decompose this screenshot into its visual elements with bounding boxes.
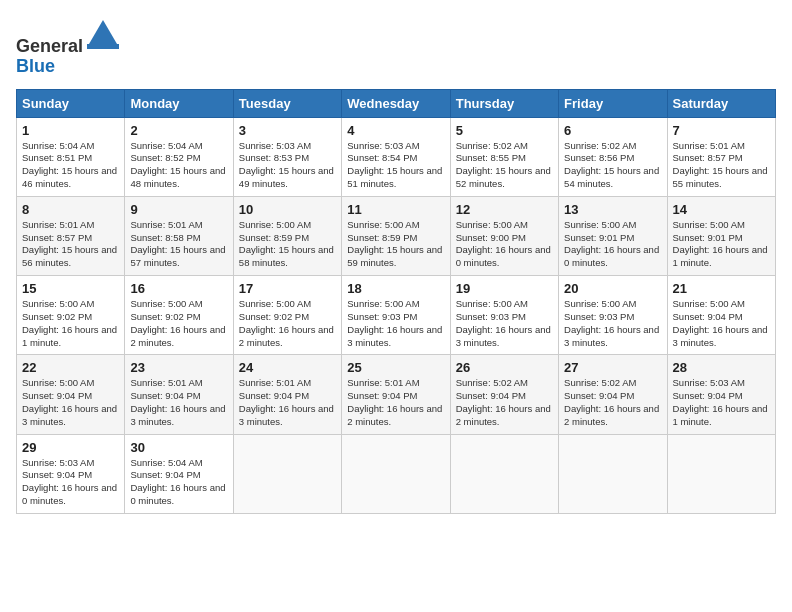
calendar-day-cell: 2 Sunrise: 5:04 AMSunset: 8:52 PMDayligh…: [125, 117, 233, 196]
day-number: 26: [456, 360, 553, 375]
calendar-day-cell: 1 Sunrise: 5:04 AMSunset: 8:51 PMDayligh…: [17, 117, 125, 196]
day-info: Sunrise: 5:00 AMSunset: 9:01 PMDaylight:…: [564, 219, 661, 270]
calendar-day-cell: 3 Sunrise: 5:03 AMSunset: 8:53 PMDayligh…: [233, 117, 341, 196]
weekday-header-cell: Wednesday: [342, 89, 450, 117]
day-info: Sunrise: 5:00 AMSunset: 9:03 PMDaylight:…: [347, 298, 444, 349]
calendar-day-cell: 10 Sunrise: 5:00 AMSunset: 8:59 PMDaylig…: [233, 196, 341, 275]
day-info: Sunrise: 5:02 AMSunset: 9:04 PMDaylight:…: [564, 377, 661, 428]
calendar-day-cell: 26 Sunrise: 5:02 AMSunset: 9:04 PMDaylig…: [450, 355, 558, 434]
calendar-day-cell: 22 Sunrise: 5:00 AMSunset: 9:04 PMDaylig…: [17, 355, 125, 434]
day-info: Sunrise: 5:00 AMSunset: 9:01 PMDaylight:…: [673, 219, 770, 270]
calendar-day-cell: 9 Sunrise: 5:01 AMSunset: 8:58 PMDayligh…: [125, 196, 233, 275]
day-number: 6: [564, 123, 661, 138]
day-number: 4: [347, 123, 444, 138]
day-info: Sunrise: 5:03 AMSunset: 9:04 PMDaylight:…: [22, 457, 119, 508]
day-number: 2: [130, 123, 227, 138]
weekday-header-cell: Thursday: [450, 89, 558, 117]
day-info: Sunrise: 5:03 AMSunset: 8:53 PMDaylight:…: [239, 140, 336, 191]
calendar-day-cell: 19 Sunrise: 5:00 AMSunset: 9:03 PMDaylig…: [450, 276, 558, 355]
day-number: 14: [673, 202, 770, 217]
calendar-day-cell: 17 Sunrise: 5:00 AMSunset: 9:02 PMDaylig…: [233, 276, 341, 355]
svg-rect-1: [87, 44, 119, 49]
day-number: 8: [22, 202, 119, 217]
day-info: Sunrise: 5:00 AMSunset: 9:00 PMDaylight:…: [456, 219, 553, 270]
day-info: Sunrise: 5:01 AMSunset: 9:04 PMDaylight:…: [239, 377, 336, 428]
weekday-header-row: SundayMondayTuesdayWednesdayThursdayFrid…: [17, 89, 776, 117]
calendar-day-cell: [342, 434, 450, 513]
calendar-day-cell: 11 Sunrise: 5:00 AMSunset: 8:59 PMDaylig…: [342, 196, 450, 275]
day-number: 21: [673, 281, 770, 296]
calendar-day-cell: 24 Sunrise: 5:01 AMSunset: 9:04 PMDaylig…: [233, 355, 341, 434]
day-info: Sunrise: 5:04 AMSunset: 9:04 PMDaylight:…: [130, 457, 227, 508]
day-info: Sunrise: 5:01 AMSunset: 9:04 PMDaylight:…: [347, 377, 444, 428]
calendar-day-cell: [667, 434, 775, 513]
calendar-day-cell: 7 Sunrise: 5:01 AMSunset: 8:57 PMDayligh…: [667, 117, 775, 196]
calendar-week-row: 8 Sunrise: 5:01 AMSunset: 8:57 PMDayligh…: [17, 196, 776, 275]
day-number: 25: [347, 360, 444, 375]
day-number: 7: [673, 123, 770, 138]
svg-marker-0: [89, 20, 117, 44]
day-number: 9: [130, 202, 227, 217]
day-number: 16: [130, 281, 227, 296]
page-header: General Blue: [16, 16, 776, 77]
day-number: 27: [564, 360, 661, 375]
logo-text: General: [16, 16, 121, 57]
day-number: 19: [456, 281, 553, 296]
calendar-day-cell: [559, 434, 667, 513]
day-info: Sunrise: 5:02 AMSunset: 9:04 PMDaylight:…: [456, 377, 553, 428]
day-info: Sunrise: 5:00 AMSunset: 9:02 PMDaylight:…: [239, 298, 336, 349]
day-info: Sunrise: 5:04 AMSunset: 8:51 PMDaylight:…: [22, 140, 119, 191]
day-number: 20: [564, 281, 661, 296]
calendar-day-cell: [233, 434, 341, 513]
day-info: Sunrise: 5:04 AMSunset: 8:52 PMDaylight:…: [130, 140, 227, 191]
logo-blue: Blue: [16, 57, 121, 77]
calendar-day-cell: 14 Sunrise: 5:00 AMSunset: 9:01 PMDaylig…: [667, 196, 775, 275]
day-number: 15: [22, 281, 119, 296]
weekday-header-cell: Tuesday: [233, 89, 341, 117]
day-info: Sunrise: 5:00 AMSunset: 9:04 PMDaylight:…: [22, 377, 119, 428]
calendar-day-cell: 25 Sunrise: 5:01 AMSunset: 9:04 PMDaylig…: [342, 355, 450, 434]
calendar-day-cell: 28 Sunrise: 5:03 AMSunset: 9:04 PMDaylig…: [667, 355, 775, 434]
day-number: 18: [347, 281, 444, 296]
calendar-table: SundayMondayTuesdayWednesdayThursdayFrid…: [16, 89, 776, 514]
day-number: 22: [22, 360, 119, 375]
weekday-header-cell: Monday: [125, 89, 233, 117]
day-info: Sunrise: 5:00 AMSunset: 9:02 PMDaylight:…: [22, 298, 119, 349]
logo-general: General: [16, 36, 83, 56]
day-number: 11: [347, 202, 444, 217]
calendar-day-cell: 16 Sunrise: 5:00 AMSunset: 9:02 PMDaylig…: [125, 276, 233, 355]
calendar-day-cell: 18 Sunrise: 5:00 AMSunset: 9:03 PMDaylig…: [342, 276, 450, 355]
day-info: Sunrise: 5:01 AMSunset: 8:58 PMDaylight:…: [130, 219, 227, 270]
day-info: Sunrise: 5:03 AMSunset: 9:04 PMDaylight:…: [673, 377, 770, 428]
day-info: Sunrise: 5:00 AMSunset: 8:59 PMDaylight:…: [347, 219, 444, 270]
weekday-header-cell: Sunday: [17, 89, 125, 117]
day-info: Sunrise: 5:00 AMSunset: 9:03 PMDaylight:…: [564, 298, 661, 349]
calendar-day-cell: 12 Sunrise: 5:00 AMSunset: 9:00 PMDaylig…: [450, 196, 558, 275]
calendar-day-cell: 23 Sunrise: 5:01 AMSunset: 9:04 PMDaylig…: [125, 355, 233, 434]
day-info: Sunrise: 5:01 AMSunset: 9:04 PMDaylight:…: [130, 377, 227, 428]
day-info: Sunrise: 5:01 AMSunset: 8:57 PMDaylight:…: [673, 140, 770, 191]
calendar-day-cell: 30 Sunrise: 5:04 AMSunset: 9:04 PMDaylig…: [125, 434, 233, 513]
calendar-week-row: 15 Sunrise: 5:00 AMSunset: 9:02 PMDaylig…: [17, 276, 776, 355]
calendar-day-cell: 15 Sunrise: 5:00 AMSunset: 9:02 PMDaylig…: [17, 276, 125, 355]
calendar-day-cell: 21 Sunrise: 5:00 AMSunset: 9:04 PMDaylig…: [667, 276, 775, 355]
day-number: 1: [22, 123, 119, 138]
day-number: 5: [456, 123, 553, 138]
calendar-day-cell: 13 Sunrise: 5:00 AMSunset: 9:01 PMDaylig…: [559, 196, 667, 275]
day-info: Sunrise: 5:02 AMSunset: 8:56 PMDaylight:…: [564, 140, 661, 191]
calendar-week-row: 1 Sunrise: 5:04 AMSunset: 8:51 PMDayligh…: [17, 117, 776, 196]
calendar-week-row: 22 Sunrise: 5:00 AMSunset: 9:04 PMDaylig…: [17, 355, 776, 434]
day-number: 30: [130, 440, 227, 455]
weekday-header-cell: Saturday: [667, 89, 775, 117]
calendar-day-cell: 8 Sunrise: 5:01 AMSunset: 8:57 PMDayligh…: [17, 196, 125, 275]
day-number: 17: [239, 281, 336, 296]
calendar-day-cell: 20 Sunrise: 5:00 AMSunset: 9:03 PMDaylig…: [559, 276, 667, 355]
day-info: Sunrise: 5:01 AMSunset: 8:57 PMDaylight:…: [22, 219, 119, 270]
day-info: Sunrise: 5:00 AMSunset: 9:03 PMDaylight:…: [456, 298, 553, 349]
calendar-day-cell: 27 Sunrise: 5:02 AMSunset: 9:04 PMDaylig…: [559, 355, 667, 434]
calendar-day-cell: 6 Sunrise: 5:02 AMSunset: 8:56 PMDayligh…: [559, 117, 667, 196]
day-info: Sunrise: 5:03 AMSunset: 8:54 PMDaylight:…: [347, 140, 444, 191]
day-info: Sunrise: 5:02 AMSunset: 8:55 PMDaylight:…: [456, 140, 553, 191]
day-number: 29: [22, 440, 119, 455]
day-number: 13: [564, 202, 661, 217]
